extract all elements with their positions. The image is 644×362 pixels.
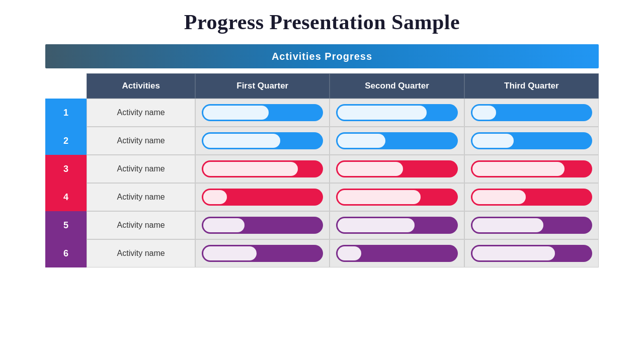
row-1-activity-name: Activity name (87, 99, 195, 127)
row-3-q2-bar-track (336, 160, 457, 177)
col-header-activities: Activities (87, 73, 195, 99)
row-1-q1-bar-track (202, 104, 323, 121)
row-4-q3-bar-fill (472, 190, 526, 204)
row-1-num: 1 (45, 99, 87, 127)
row-1-q3-bar-track (471, 104, 592, 121)
row-2-q1-bar-cell (195, 127, 330, 155)
row-6-q3-bar-track (471, 245, 592, 262)
page-title: Progress Presentation Sample (184, 10, 460, 34)
row-3-q1-bar-track (202, 160, 323, 177)
activities-banner: Activities Progress (45, 44, 599, 68)
row-2-q3-bar-fill (472, 134, 514, 148)
row-5-q3-bar-fill (472, 218, 543, 232)
row-2-num: 2 (45, 127, 87, 155)
col-header-empty (45, 73, 87, 99)
row-4-q2-bar-track (336, 189, 457, 206)
row-3-q2-bar-fill (338, 162, 403, 176)
row-3-q3-bar-track (471, 160, 592, 177)
row-2-q2-bar-track (336, 132, 457, 149)
row-1-q2-bar-track (336, 104, 457, 121)
row-6-q2-bar-track (336, 245, 457, 262)
row-3-q2-bar-cell (330, 155, 464, 183)
row-4-q1-bar-track (202, 189, 323, 206)
row-2-q1-bar-fill (203, 134, 280, 148)
row-6-q1-bar-cell (195, 239, 330, 267)
row-4-activity-name: Activity name (87, 183, 195, 211)
col-header-q1: First Quarter (195, 73, 330, 99)
row-5-q1-bar-track (202, 217, 323, 234)
col-header-q2: Second Quarter (330, 73, 464, 99)
row-1-q2-bar-fill (338, 106, 426, 120)
row-2-q2-bar-fill (338, 134, 385, 148)
row-3-q3-bar-cell (464, 155, 599, 183)
col-header-q3: Third Quarter (464, 73, 599, 99)
row-5-q1-bar-cell (195, 211, 330, 239)
row-2-q2-bar-cell (330, 127, 464, 155)
row-4-q3-bar-cell (464, 183, 599, 211)
row-4-q3-bar-track (471, 189, 592, 206)
row-5-activity-name: Activity name (87, 211, 195, 239)
table-row: 6Activity name (45, 239, 599, 267)
row-5-q1-bar-fill (203, 218, 245, 232)
table-container: Activities Progress Activities First Qua… (45, 44, 599, 267)
row-6-q1-bar-track (202, 245, 323, 262)
row-1-q3-bar-cell (464, 99, 599, 127)
banner-label: Activities Progress (272, 51, 372, 62)
table-header-row: Activities First Quarter Second Quarter … (45, 73, 599, 99)
row-4-q2-bar-fill (338, 190, 421, 204)
row-2-q3-bar-track (471, 132, 592, 149)
page: Progress Presentation Sample Activities … (0, 0, 644, 362)
row-5-q3-bar-cell (464, 211, 599, 239)
table-row: 4Activity name (45, 183, 599, 211)
row-2-activity-name: Activity name (87, 127, 195, 155)
row-4-num: 4 (45, 183, 87, 211)
row-6-q3-bar-cell (464, 239, 599, 267)
table-row: 2Activity name (45, 127, 599, 155)
row-2-q1-bar-track (202, 132, 323, 149)
row-4-q2-bar-cell (330, 183, 464, 211)
progress-table: Activities First Quarter Second Quarter … (45, 73, 599, 267)
table-row: 1Activity name (45, 99, 599, 127)
row-5-q3-bar-track (471, 217, 592, 234)
row-5-q2-bar-cell (330, 211, 464, 239)
row-2-q3-bar-cell (464, 127, 599, 155)
row-6-q3-bar-fill (472, 246, 555, 260)
table-row: 3Activity name (45, 155, 599, 183)
row-6-q2-bar-fill (338, 246, 361, 260)
row-6-q1-bar-fill (203, 246, 257, 260)
row-4-q1-bar-fill (203, 190, 227, 204)
row-4-q1-bar-cell (195, 183, 330, 211)
row-1-q1-bar-fill (203, 106, 268, 120)
row-6-q2-bar-cell (330, 239, 464, 267)
row-3-q3-bar-fill (472, 162, 565, 176)
row-5-q2-bar-track (336, 217, 457, 234)
row-1-q1-bar-cell (195, 99, 330, 127)
row-6-activity-name: Activity name (87, 239, 195, 267)
row-3-num: 3 (45, 155, 87, 183)
row-1-q2-bar-cell (330, 99, 464, 127)
row-3-q1-bar-fill (203, 162, 298, 176)
row-5-q2-bar-fill (338, 218, 415, 232)
row-5-num: 5 (45, 211, 87, 239)
table-row: 5Activity name (45, 211, 599, 239)
row-6-num: 6 (45, 239, 87, 267)
row-1-q3-bar-fill (472, 106, 496, 120)
row-3-activity-name: Activity name (87, 155, 195, 183)
row-3-q1-bar-cell (195, 155, 330, 183)
